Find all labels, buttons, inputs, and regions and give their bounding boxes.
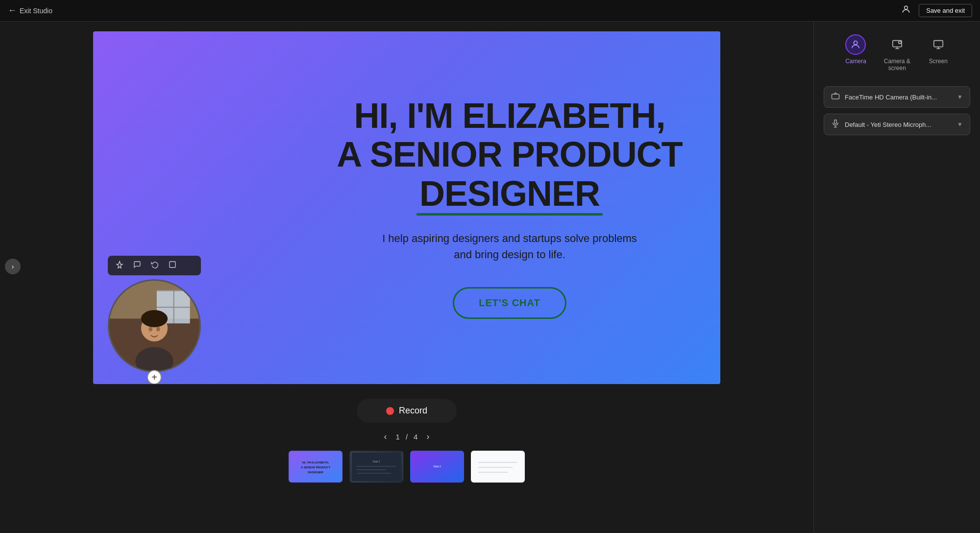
device-selectors: FaceTime HD Camera (Built-in... ▼ Defaul…: [824, 86, 970, 135]
svg-rect-7: [157, 307, 190, 308]
thumbnail-1[interactable]: HI, I'M ELIZABETH, A SENIOR PRODUCT DESI…: [289, 451, 343, 483]
thumbnail-3[interactable]: Slide 3: [410, 451, 464, 483]
svg-point-11: [148, 327, 152, 332]
media-type-selector: Camera Camera &screen Screen: [824, 31, 970, 74]
svg-text:Slide 3: Slide 3: [433, 465, 441, 468]
svg-rect-36: [832, 94, 839, 99]
camera-screen-mode-button[interactable]: Camera &screen: [879, 31, 915, 74]
svg-point-28: [854, 41, 858, 45]
camera-mode-label: Camera: [845, 58, 866, 65]
pagination: ‹ 1 / 4 ›: [381, 431, 433, 443]
svg-text:A SENIOR PRODUCT: A SENIOR PRODUCT: [301, 466, 330, 469]
svg-rect-1: [170, 262, 175, 267]
camera-overlay: +: [108, 256, 201, 374]
record-button[interactable]: Record: [357, 399, 457, 423]
svg-point-0: [905, 6, 908, 9]
topbar: ← Exit Studio Save and exit: [0, 0, 980, 22]
camera-icon: [845, 34, 866, 55]
svg-point-32: [899, 41, 902, 44]
svg-point-10: [141, 310, 168, 327]
camera-toolbar: [108, 256, 201, 275]
camera-device-icon: [831, 92, 840, 102]
svg-rect-33: [934, 41, 943, 47]
svg-rect-24: [473, 453, 522, 481]
slide-content: + HI, I'M ELIZABETH, A SENIOR PRODUCT DE…: [93, 31, 720, 384]
topbar-right: Save and exit: [901, 4, 972, 17]
pagination-separator: /: [406, 433, 408, 441]
mic-device-name: Default - Yeti Stereo Microph...: [845, 121, 952, 128]
user-icon-button[interactable]: [901, 4, 911, 17]
camera-device-name: FaceTime HD Camera (Built-in...: [845, 94, 952, 101]
mic-device-chevron: ▼: [957, 121, 963, 128]
svg-point-12: [156, 327, 160, 332]
camera-screen-icon: [887, 34, 907, 55]
save-exit-button[interactable]: Save and exit: [919, 4, 972, 17]
comment-camera-button[interactable]: [131, 260, 143, 271]
svg-text:Slide 2: Slide 2: [372, 460, 380, 463]
back-icon: ←: [8, 5, 17, 16]
thumbnail-4[interactable]: [471, 451, 525, 483]
slide-title: HI, I'M ELIZABETH, A SENIOR PRODUCT DESI…: [299, 97, 720, 213]
screen-mode-label: Screen: [929, 58, 948, 65]
mic-device-selector[interactable]: Default - Yeti Stereo Microph... ▼: [824, 114, 970, 135]
pin-camera-button[interactable]: [114, 260, 125, 271]
bottom-controls: Record ‹ 1 / 4 ›: [289, 399, 525, 483]
screen-icon: [928, 34, 949, 55]
svg-text:HI, I'M ELIZABETH,: HI, I'M ELIZABETH,: [302, 461, 329, 464]
frame-camera-button[interactable]: [167, 260, 178, 271]
right-panel: Camera Camera &screen Screen: [813, 22, 980, 533]
user-icon: [901, 6, 911, 16]
rotate-camera-button[interactable]: [149, 260, 161, 271]
thumbnails: HI, I'M ELIZABETH, A SENIOR PRODUCT DESI…: [289, 451, 525, 483]
svg-rect-37: [834, 120, 837, 124]
camera-feed: [108, 279, 201, 372]
record-dot: [386, 407, 394, 415]
svg-rect-17: [352, 453, 401, 481]
slide-cta-button[interactable]: LET'S CHAT: [453, 287, 566, 319]
camera-placeholder: [109, 281, 199, 371]
camera-screen-mode-label: Camera &screen: [884, 58, 910, 72]
camera-device-chevron: ▼: [957, 94, 963, 100]
add-camera-button[interactable]: +: [147, 370, 162, 384]
back-button[interactable]: ← Exit Studio: [8, 5, 52, 16]
prev-page-button[interactable]: ‹: [381, 431, 390, 443]
slide-background: + HI, I'M ELIZABETH, A SENIOR PRODUCT DE…: [93, 31, 720, 384]
camera-device-selector[interactable]: FaceTime HD Camera (Built-in... ▼: [824, 86, 970, 108]
exit-studio-label: Exit Studio: [20, 7, 52, 15]
main-area: + HI, I'M ELIZABETH, A SENIOR PRODUCT DE…: [0, 22, 813, 533]
slide-subtitle: I help aspiring designers and startups s…: [299, 230, 720, 263]
next-page-button[interactable]: ›: [423, 431, 432, 443]
slide-container: + HI, I'M ELIZABETH, A SENIOR PRODUCT DE…: [93, 31, 720, 384]
slide-title-underline: [416, 213, 603, 216]
mic-device-icon: [831, 119, 840, 130]
screen-mode-button[interactable]: Screen: [923, 31, 954, 74]
thumbnail-2[interactable]: Slide 2: [349, 451, 403, 483]
pagination-total: 4: [414, 433, 417, 441]
svg-text:DESIGNER: DESIGNER: [308, 471, 323, 474]
pagination-current: 1: [396, 433, 400, 441]
record-label: Record: [399, 406, 427, 416]
topbar-left: ← Exit Studio: [8, 5, 52, 16]
camera-mode-button[interactable]: Camera: [840, 31, 871, 74]
